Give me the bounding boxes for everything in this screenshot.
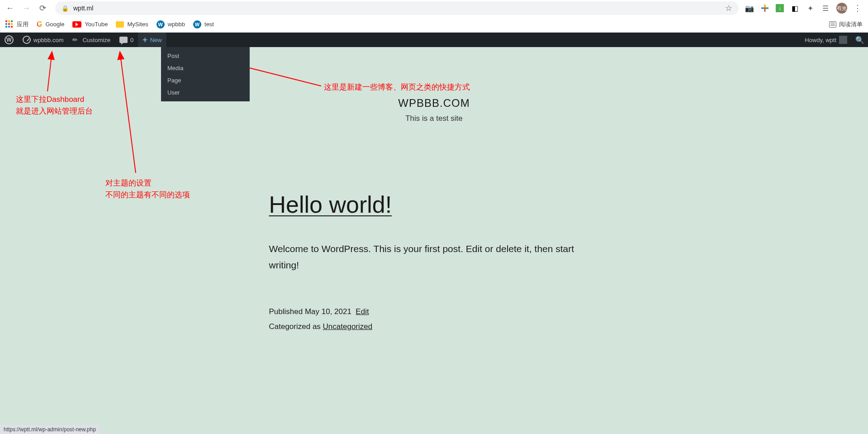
new-page-item[interactable]: Page	[161, 74, 250, 86]
wp-logo-menu[interactable]: W	[0, 33, 18, 47]
wp-admin-bar: W wpbbb.com Customize 0 + New Howdy, wpt…	[0, 33, 868, 47]
bookmark-mysites[interactable]: MySites	[116, 21, 148, 28]
annotation-customize: 对主题的设置 不同的主题有不同的选项	[105, 177, 190, 200]
search-icon: 🔍	[855, 36, 864, 44]
published-date: May 10, 2021	[305, 307, 351, 316]
howdy-account[interactable]: Howdy, wptt	[800, 33, 852, 47]
download-extension-icon[interactable]: ↓	[776, 4, 784, 12]
customize-link[interactable]: Customize	[68, 33, 114, 47]
back-button[interactable]: ←	[4, 2, 16, 14]
brush-icon	[72, 36, 80, 43]
new-content-menu[interactable]: + New	[138, 33, 166, 47]
post-meta: Published May 10, 2021 Edit Categorized …	[269, 305, 599, 334]
browser-menu-icon[interactable]: ⋮	[854, 3, 862, 13]
youtube-icon	[72, 21, 81, 28]
wordpress-favicon: W	[193, 20, 201, 29]
site-tagline: This is a test site	[0, 114, 868, 123]
comments-link[interactable]: 0	[115, 33, 138, 47]
url-bar[interactable]: 🔒 wptt.ml ☆	[55, 1, 739, 15]
new-content-dropdown: Post Media Page User	[161, 47, 250, 101]
bookmark-wpbbb[interactable]: W wpbbb	[157, 20, 185, 29]
post-excerpt: Welcome to WordPress. This is your first…	[269, 241, 599, 273]
extension-icon-1[interactable]: ◧	[790, 4, 799, 13]
post-area: Hello world! Welcome to WordPress. This …	[260, 191, 608, 334]
reading-list-label: 阅读清单	[839, 20, 863, 29]
edit-post-link[interactable]: Edit	[356, 307, 369, 316]
comments-count: 0	[130, 37, 133, 43]
page-area: W wpbbb.com Customize 0 + New Howdy, wpt…	[0, 33, 868, 434]
bookmarks-bar: 应用 G Google YouTube MySites W wpbbb W te…	[0, 16, 868, 33]
new-media-item[interactable]: Media	[161, 62, 250, 74]
bookmark-youtube-label: YouTube	[85, 21, 108, 28]
annotation-customize-line1: 对主题的设置	[105, 177, 190, 189]
toolbar-right: 📷 ↓ ◧ ✦ ☰ 有光 ⋮	[745, 3, 864, 14]
categorized-prefix: Categorized as	[269, 322, 323, 331]
wordpress-logo-icon: W	[5, 35, 14, 44]
profile-avatar[interactable]: 有光	[836, 3, 847, 14]
lock-icon: 🔒	[62, 5, 69, 12]
published-prefix: Published	[269, 307, 305, 316]
extensions-puzzle-icon[interactable]: ✦	[806, 4, 815, 13]
bookmark-test-label: test	[204, 21, 214, 28]
google-icon: G	[37, 20, 42, 29]
user-avatar-icon	[839, 36, 847, 44]
apps-grid-icon	[5, 20, 14, 29]
bookmark-youtube[interactable]: YouTube	[72, 21, 108, 28]
site-title[interactable]: WPBBB.COM	[0, 97, 868, 110]
annotation-customize-line2: 不同的主题有不同的选项	[105, 189, 190, 201]
plus-icon: +	[142, 35, 147, 45]
howdy-label: Howdy, wptt	[805, 37, 836, 43]
site-name-menu[interactable]: wpbbb.com	[18, 33, 68, 47]
reading-list-button[interactable]: 阅读清单	[829, 20, 863, 29]
bookmark-wpbbb-label: wpbbb	[168, 21, 185, 28]
star-icon[interactable]: ☆	[725, 3, 732, 13]
post-title-link[interactable]: Hello world!	[269, 191, 599, 218]
forward-button[interactable]: →	[20, 2, 33, 14]
reading-list-icon	[829, 21, 836, 28]
customize-label: Customize	[82, 37, 110, 43]
browser-status-bar: https://wptt.ml/wp-admin/post-new.php	[0, 425, 100, 434]
dashboard-icon	[23, 36, 31, 44]
category-link[interactable]: Uncategorized	[323, 322, 373, 331]
folder-icon	[116, 21, 124, 28]
new-user-item[interactable]: User	[161, 86, 250, 99]
bookmark-mysites-label: MySites	[127, 21, 148, 28]
wordpress-favicon: W	[157, 20, 165, 29]
camera-icon[interactable]: 📷	[745, 4, 754, 13]
extension-plus-icon[interactable]	[760, 4, 769, 13]
browser-toolbar: ← → ⟳ 🔒 wptt.ml ☆ 📷 ↓ ◧ ✦ ☰ 有光 ⋮	[0, 0, 868, 16]
bookmark-test[interactable]: W test	[193, 20, 214, 29]
site-header: WPBBB.COM This is a test site	[0, 47, 868, 123]
site-name-label: wpbbb.com	[33, 37, 63, 43]
bookmark-apps-label: 应用	[17, 20, 28, 29]
url-text: wptt.ml	[73, 5, 93, 12]
comment-icon	[119, 37, 128, 43]
new-label: New	[150, 37, 162, 43]
bookmark-google-label: Google	[45, 21, 64, 28]
reading-mode-icon[interactable]: ☰	[821, 4, 830, 13]
bookmark-google[interactable]: G Google	[37, 20, 64, 29]
admin-search[interactable]: 🔍	[852, 33, 868, 47]
reload-button[interactable]: ⟳	[36, 2, 49, 14]
new-post-item[interactable]: Post	[161, 50, 250, 62]
bookmark-apps[interactable]: 应用	[5, 20, 28, 29]
